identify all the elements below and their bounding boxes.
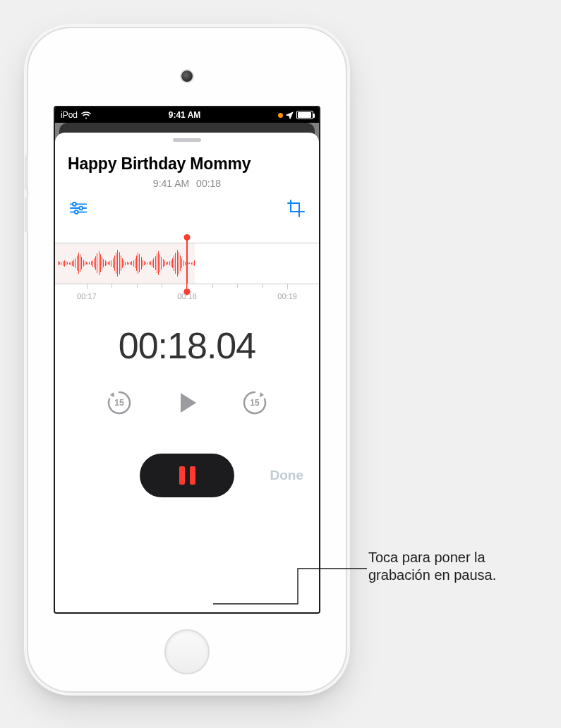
waveform-area[interactable]: 00:17 00:18 00:19	[55, 230, 319, 315]
skip-back-amount: 15	[114, 398, 123, 408]
recording-meta: 9:41 AM 00:18	[55, 178, 319, 189]
location-icon	[286, 111, 294, 119]
pause-icon	[179, 466, 195, 485]
elapsed-timer: 00:18.04	[55, 324, 319, 367]
svg-point-1	[73, 202, 76, 206]
skip-fwd-amount: 15	[250, 398, 259, 408]
recording-time: 9:41 AM	[153, 178, 189, 189]
front-camera	[181, 71, 193, 82]
trim-crop-icon[interactable]	[286, 199, 305, 217]
time-ruler: 00:17 00:18 00:19	[55, 284, 319, 312]
settings-sliders-icon[interactable]	[69, 201, 88, 215]
svg-point-5	[75, 210, 78, 214]
home-button[interactable]	[164, 629, 210, 674]
ruler-label: 00:19	[277, 292, 297, 301]
done-button[interactable]: Done	[270, 468, 304, 483]
ruler-label: 00:18	[177, 292, 197, 301]
status-bar: iPod 9:41 AM	[55, 107, 319, 123]
battery-icon	[296, 111, 313, 119]
callout-pause: Toca para poner la grabación en pausa.	[368, 549, 534, 584]
wifi-icon	[81, 111, 91, 119]
waveform	[55, 243, 195, 284]
sheet-grabber[interactable]	[173, 138, 201, 142]
svg-point-3	[79, 207, 83, 210]
recording-title[interactable]: Happy Birthday Mommy	[55, 154, 319, 174]
recording-duration: 00:18	[196, 178, 221, 189]
recording-sheet: Happy Birthday Mommy 9:41 AM 00:18	[55, 133, 319, 612]
volume-up-button[interactable]	[25, 155, 28, 190]
recording-indicator-icon	[278, 113, 283, 118]
volume-down-button[interactable]	[25, 198, 28, 233]
carrier-label: iPod	[61, 110, 78, 120]
status-time: 9:41 AM	[95, 110, 274, 120]
skip-forward-15-button[interactable]: 15	[240, 388, 270, 418]
skip-back-15-button[interactable]: 15	[104, 388, 134, 418]
ruler-label: 00:17	[77, 292, 97, 301]
play-button[interactable]	[172, 388, 202, 418]
screen: iPod 9:41 AM Happy Birthday Mommy 9:41 A…	[54, 106, 320, 614]
device-frame: iPod 9:41 AM Happy Birthday Mommy 9:41 A…	[28, 28, 346, 691]
pause-recording-button[interactable]	[140, 454, 234, 497]
